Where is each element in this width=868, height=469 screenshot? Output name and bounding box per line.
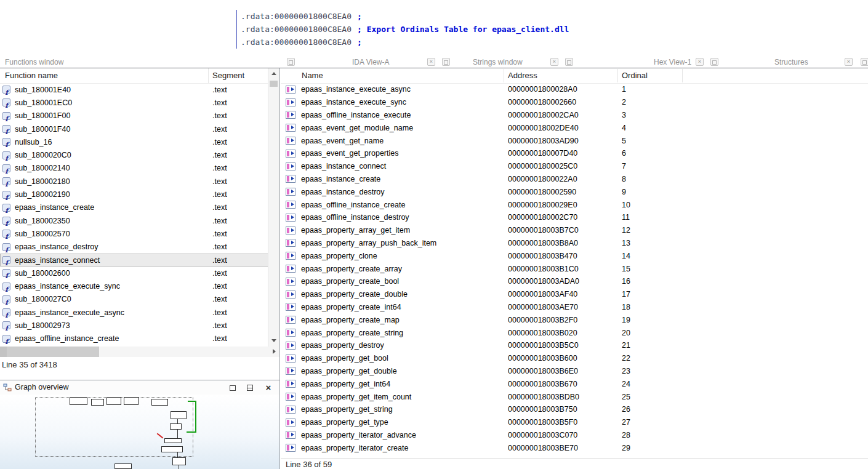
edge-window-icon[interactable]: [861, 58, 868, 66]
export-row[interactable]: epaas_instance_connect00000001800025C07: [281, 160, 749, 173]
export-row[interactable]: epaas_property_destroy000000018003B5C021: [281, 339, 749, 352]
export-row[interactable]: epaas_offline_instance_execute0000000180…: [281, 109, 749, 122]
tab-structures[interactable]: Structures: [774, 58, 808, 66]
export-row[interactable]: epaas_property_iterator_create0000000180…: [281, 441, 749, 454]
function-row[interactable]: sub_180001F40.text: [0, 122, 268, 135]
export-row[interactable]: epaas_property_create_double000000018003…: [281, 288, 749, 301]
export-row[interactable]: epaas_offline_instance_create00000001800…: [281, 198, 749, 211]
export-row[interactable]: epaas_property_get_int64000000018003B670…: [281, 377, 749, 390]
strings-window-icon[interactable]: [442, 58, 450, 66]
export-row[interactable]: epaas_property_get_item_count00000001800…: [281, 390, 749, 403]
graph-overview-canvas[interactable]: [0, 395, 279, 469]
column-address[interactable]: Address: [508, 71, 537, 80]
export-row[interactable]: epaas_event_get_module_name000000018002D…: [281, 121, 749, 134]
ida-view-close-icon[interactable]: ×: [427, 58, 435, 66]
function-row[interactable]: epaas_instance_connect.text: [0, 254, 268, 267]
function-icon: [2, 138, 10, 146]
function-row[interactable]: sub_180002140.text: [0, 162, 268, 175]
function-row[interactable]: epaas_instance_execute_async.text: [0, 306, 268, 319]
export-arrow-icon: [291, 343, 294, 347]
export-name: epaas_property_create_int64: [301, 303, 401, 311]
functions-vertical-scrollbar[interactable]: [268, 68, 279, 347]
hex-view-close-icon[interactable]: ×: [696, 58, 704, 66]
function-row[interactable]: sub_180001E40.text: [0, 83, 268, 96]
structures-close-icon[interactable]: ×: [845, 58, 853, 66]
column-ordinal[interactable]: Ordinal: [622, 71, 648, 80]
float-window-icon[interactable]: [245, 383, 255, 393]
export-row[interactable]: epaas_instance_destroy00000001800025909: [281, 185, 749, 198]
export-row[interactable]: epaas_property_iterator_advance000000018…: [281, 429, 749, 442]
scroll-up-icon[interactable]: [271, 72, 276, 75]
export-row[interactable]: epaas_property_create_int64000000018003A…: [281, 301, 749, 314]
export-row[interactable]: epaas_event_get_properties0000000180007D…: [281, 147, 749, 160]
column-name[interactable]: Name: [302, 71, 323, 80]
export-row[interactable]: epaas_property_create_bool000000018003AD…: [281, 275, 749, 288]
function-name: sub_1800020C0: [15, 151, 71, 159]
export-row[interactable]: epaas_event_get_name000000018003AD905: [281, 134, 749, 147]
tab-ida-view[interactable]: IDA View-A: [352, 58, 389, 66]
function-row[interactable]: sub_180002600.text: [0, 267, 268, 279]
function-row[interactable]: epaas_instance_destroy.text: [0, 241, 268, 254]
scroll-right-icon[interactable]: [273, 349, 276, 354]
function-row[interactable]: sub_180002350.text: [0, 214, 268, 227]
function-icon: [2, 177, 10, 185]
graph-overview-titlebar[interactable]: Graph overview ×: [0, 380, 279, 396]
export-row[interactable]: epaas_property_create_map000000018003B2F…: [281, 313, 749, 326]
export-row[interactable]: epaas_property_get_type000000018003B5F02…: [281, 416, 749, 429]
export-row[interactable]: epaas_property_get_bool000000018003B6002…: [281, 352, 749, 365]
column-function-name[interactable]: Function name: [5, 71, 58, 80]
functions-window-tab[interactable]: Functions window: [5, 58, 63, 66]
export-row[interactable]: epaas_property_get_string000000018003B75…: [281, 403, 749, 416]
export-arrow-icon: [291, 138, 294, 142]
scrollbar-thumb[interactable]: [270, 81, 278, 87]
export-row[interactable]: epaas_property_array_push_back_item00000…: [281, 237, 749, 250]
functions-horizontal-scrollbar[interactable]: [0, 347, 279, 357]
tab-hex-view[interactable]: Hex View-1: [654, 58, 691, 66]
function-row[interactable]: sub_180002973.text: [0, 319, 268, 332]
restore-window-icon[interactable]: [228, 383, 238, 393]
export-row[interactable]: epaas_property_clone000000018003B47014: [281, 249, 749, 262]
structures-window-icon[interactable]: [710, 58, 718, 66]
function-segment: .text: [212, 177, 227, 186]
function-icon: [2, 191, 10, 199]
function-row[interactable]: sub_180002570.text: [0, 227, 268, 240]
function-segment: .text: [212, 256, 227, 265]
export-name: epaas_property_create_double: [301, 290, 408, 299]
export-row[interactable]: epaas_property_create_string000000018003…: [281, 326, 749, 339]
function-row[interactable]: sub_1800020C0.text: [0, 148, 268, 161]
scroll-left-button[interactable]: [0, 347, 7, 357]
function-row[interactable]: sub_1800027C0.text: [0, 293, 268, 306]
function-row[interactable]: epaas_instance_create.text: [0, 201, 268, 214]
function-row[interactable]: sub_180002180.text: [0, 175, 268, 188]
function-row[interactable]: nullsub_16.text: [0, 135, 268, 148]
export-address: 000000018003B5C0: [508, 341, 579, 350]
export-arrow-icon: [291, 113, 294, 116]
export-row[interactable]: epaas_instance_execute_async000000018000…: [281, 83, 749, 96]
function-row[interactable]: sub_180002190.text: [0, 188, 268, 201]
scroll-down-icon[interactable]: [271, 339, 276, 342]
export-row[interactable]: epaas_offline_instance_destroy0000000180…: [281, 211, 749, 224]
function-row[interactable]: sub_180001EC0.text: [0, 96, 268, 109]
export-row[interactable]: epaas_instance_execute_sync0000000180002…: [281, 96, 749, 109]
scrollbar-thumb[interactable]: [7, 347, 99, 357]
address-prefix: .rdata:00000001800C8EA0: [241, 38, 352, 47]
functions-header: Function name Segment: [0, 68, 279, 84]
export-row[interactable]: epaas_property_create_array000000018003B…: [281, 262, 749, 275]
function-row[interactable]: sub_180001F00.text: [0, 110, 268, 122]
export-address: 000000018003C070: [508, 431, 577, 439]
graph-edge: [179, 465, 179, 469]
function-row[interactable]: epaas_instance_execute_sync.text: [0, 279, 268, 292]
function-row[interactable]: epaas_offline_instance_create.text: [0, 332, 268, 345]
tab-strings-window[interactable]: Strings window: [473, 58, 523, 66]
export-row[interactable]: epaas_property_get_double000000018003B6E…: [281, 365, 749, 378]
graph-edge: [177, 430, 178, 438]
export-row[interactable]: epaas_property_array_get_item00000001800…: [281, 224, 749, 237]
export-arrow-icon: [291, 331, 294, 334]
strings-close-icon[interactable]: ×: [550, 58, 558, 66]
export-row[interactable]: epaas_instance_create00000001800022A08: [281, 173, 749, 186]
column-segment[interactable]: Segment: [212, 71, 244, 80]
hex-view-window-icon[interactable]: [565, 58, 573, 66]
ida-view-window-icon[interactable]: [287, 58, 295, 66]
disassembly-listing[interactable]: .rdata:00000001800C8EA0;.rdata:000000018…: [236, 10, 569, 49]
close-icon[interactable]: ×: [263, 383, 273, 393]
